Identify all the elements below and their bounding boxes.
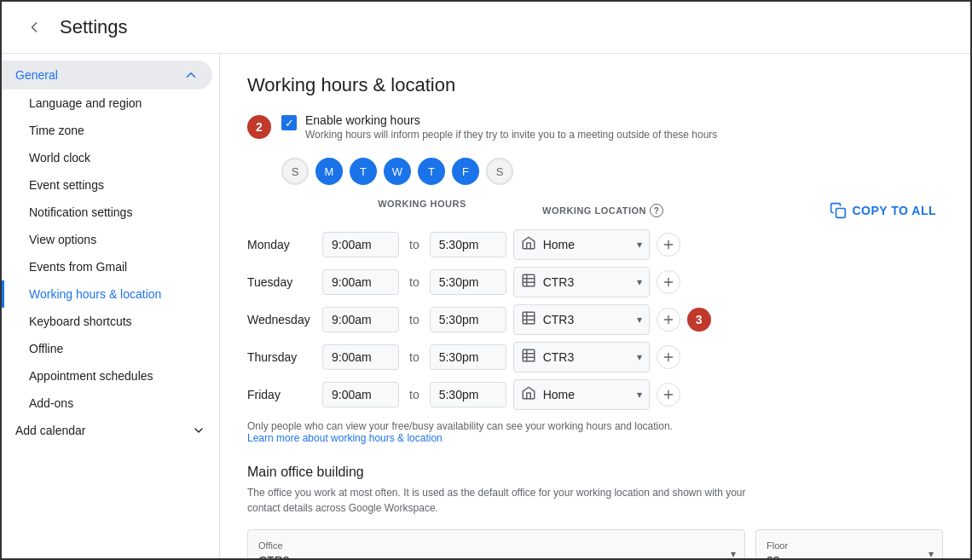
day-label-friday: Friday bbox=[247, 388, 315, 401]
location-select-friday[interactable]: Home ▾ bbox=[513, 379, 650, 410]
sidebar-item-offline[interactable]: Offline bbox=[2, 335, 212, 362]
day-friday[interactable]: F bbox=[452, 158, 479, 185]
office-section: Main office building The office you work… bbox=[247, 465, 943, 558]
location-dropdown-monday[interactable]: Home bbox=[543, 233, 630, 257]
location-arrow-icon: ▾ bbox=[630, 234, 649, 256]
add-calendar-item[interactable]: Add calendar bbox=[2, 417, 219, 444]
add-location-button-monday[interactable] bbox=[657, 233, 680, 257]
sidebar-item-workinghours[interactable]: Working hours & location bbox=[2, 280, 212, 308]
location-dropdown-tuesday[interactable]: CTR3 bbox=[543, 270, 630, 294]
header: Settings bbox=[2, 2, 970, 54]
end-time-wednesday[interactable]: 5:30pm bbox=[430, 307, 506, 332]
location-select-monday[interactable]: Home ▾ bbox=[513, 229, 650, 260]
plus-icon bbox=[662, 313, 675, 326]
location-type-icon bbox=[514, 305, 543, 334]
hours-row: Friday 9:00am to 5:30pm Home ▾ bbox=[247, 379, 943, 410]
start-time-monday[interactable]: 9:00am bbox=[322, 232, 399, 257]
sidebar-item-eventsettings[interactable]: Event settings bbox=[2, 171, 212, 199]
svg-rect-9 bbox=[523, 312, 535, 324]
day-tuesday[interactable]: T bbox=[350, 158, 377, 185]
enable-section: 2 ✓ Enable working hours Working hours w… bbox=[247, 113, 943, 141]
sidebar-item-keyboard[interactable]: Keyboard shortcuts bbox=[2, 308, 212, 335]
sidebar-item-language[interactable]: Language and region bbox=[2, 89, 212, 117]
day-label-monday: Monday bbox=[247, 238, 315, 251]
location-arrow-icon: ▾ bbox=[630, 384, 649, 406]
general-chevron-icon bbox=[183, 67, 199, 83]
end-time-thursday[interactable]: 5:30pm bbox=[430, 344, 506, 370]
day-sunday[interactable]: S bbox=[281, 158, 309, 185]
enable-text: Enable working hours Working hours will … bbox=[305, 113, 717, 141]
sidebar-item-worldclock[interactable]: World clock bbox=[2, 144, 212, 171]
content-area: Working hours & location 2 ✓ Enable work… bbox=[220, 54, 970, 558]
page-header-title: Settings bbox=[60, 16, 128, 38]
start-time-wednesday[interactable]: 9:00am bbox=[322, 307, 399, 332]
office-section-description: The office you work at most often. It is… bbox=[247, 485, 759, 516]
office-section-title: Main office building bbox=[247, 465, 943, 480]
main-layout: General Language and region Time zone Wo… bbox=[2, 54, 970, 558]
hours-row: Wednesday 9:00am to 5:30pm CTR3 ▾ 3 bbox=[247, 304, 943, 335]
sidebar-item-viewoptions[interactable]: View options bbox=[2, 226, 212, 253]
floor-select[interactable]: Floor 23 ▾ bbox=[755, 529, 943, 558]
working-location-help-icon[interactable]: ? bbox=[650, 204, 663, 217]
add-calendar-chevron-icon bbox=[192, 424, 205, 437]
working-location-column-header: WORKING LOCATION ? Copy to all bbox=[529, 199, 943, 222]
sidebar-item-appointments[interactable]: Appointment schedules bbox=[2, 362, 212, 390]
day-selector: S M T W T F S bbox=[281, 158, 943, 185]
location-type-icon bbox=[514, 230, 543, 259]
plus-icon bbox=[662, 350, 675, 364]
hours-row: Monday 9:00am to 5:30pm Home ▾ bbox=[247, 229, 943, 260]
day-wednesday[interactable]: W bbox=[384, 158, 411, 185]
day-thursday[interactable]: T bbox=[418, 158, 445, 185]
day-monday[interactable]: M bbox=[315, 158, 343, 185]
office-value: CTR3 bbox=[258, 554, 734, 558]
location-dropdown-wednesday[interactable]: CTR3 bbox=[543, 308, 630, 332]
floor-value: 23 bbox=[767, 554, 932, 558]
end-time-friday[interactable]: 5:30pm bbox=[430, 382, 506, 407]
hours-row: Thursday 9:00am to 5:30pm CTR3 ▾ bbox=[247, 342, 943, 372]
enable-working-hours-checkbox[interactable]: ✓ bbox=[281, 115, 297, 130]
svg-rect-0 bbox=[836, 209, 846, 218]
learn-more-link[interactable]: Learn more about working hours & locatio… bbox=[247, 432, 443, 444]
location-dropdown-friday[interactable]: Home bbox=[543, 383, 630, 407]
day-label-tuesday: Tuesday bbox=[247, 275, 315, 289]
add-location-button-tuesday[interactable] bbox=[657, 270, 680, 294]
end-time-monday[interactable]: 5:30pm bbox=[430, 232, 506, 257]
start-time-tuesday[interactable]: 9:00am bbox=[322, 269, 399, 295]
to-label-friday: to bbox=[406, 388, 423, 401]
badge-3: 3 bbox=[687, 308, 711, 332]
sidebar-item-notifications[interactable]: Notification settings bbox=[2, 199, 212, 226]
enable-label: Enable working hours bbox=[305, 113, 717, 127]
start-time-friday[interactable]: 9:00am bbox=[322, 382, 399, 407]
end-time-tuesday[interactable]: 5:30pm bbox=[430, 269, 506, 295]
day-saturday[interactable]: S bbox=[486, 158, 513, 185]
hours-table-header: WORKING HOURS WORKING LOCATION ? Copy to… bbox=[247, 199, 943, 222]
add-location-button-friday[interactable] bbox=[657, 383, 680, 407]
sidebar-item-eventsgmail[interactable]: Events from Gmail bbox=[2, 253, 212, 280]
back-button[interactable] bbox=[19, 12, 49, 43]
to-label-wednesday: to bbox=[406, 313, 423, 326]
location-select-wednesday[interactable]: CTR3 ▾ bbox=[513, 304, 650, 335]
plus-icon bbox=[662, 388, 675, 401]
copy-to-all-label: Copy to all bbox=[852, 204, 936, 217]
svg-rect-3 bbox=[523, 274, 535, 286]
copy-to-all-button[interactable]: Copy to all bbox=[823, 199, 943, 222]
floor-arrow-icon: ▾ bbox=[929, 548, 934, 558]
location-arrow-icon: ▾ bbox=[630, 309, 649, 331]
office-arrow-icon: ▾ bbox=[731, 548, 736, 558]
sidebar-general-section[interactable]: General bbox=[2, 61, 212, 89]
location-select-thursday[interactable]: CTR3 ▾ bbox=[513, 342, 650, 372]
office-select[interactable]: Office CTR3 ▾ bbox=[247, 529, 745, 558]
working-hours-title: Working hours & location bbox=[247, 74, 943, 96]
location-select-tuesday[interactable]: CTR3 ▾ bbox=[513, 267, 650, 297]
sidebar-item-timezone[interactable]: Time zone bbox=[2, 117, 212, 144]
working-hours-column-header: WORKING HOURS bbox=[315, 199, 529, 222]
start-time-thursday[interactable]: 9:00am bbox=[322, 344, 399, 370]
add-location-button-thursday[interactable] bbox=[657, 345, 680, 369]
sidebar-item-addons[interactable]: Add-ons bbox=[2, 390, 212, 417]
location-arrow-icon: ▾ bbox=[630, 271, 649, 293]
day-label-thursday: Thursday bbox=[247, 350, 315, 364]
location-dropdown-thursday[interactable]: CTR3 bbox=[543, 345, 630, 369]
add-location-button-wednesday[interactable] bbox=[657, 308, 680, 332]
hours-row: Tuesday 9:00am to 5:30pm CTR3 ▾ bbox=[247, 267, 943, 297]
to-label-thursday: to bbox=[406, 350, 423, 364]
